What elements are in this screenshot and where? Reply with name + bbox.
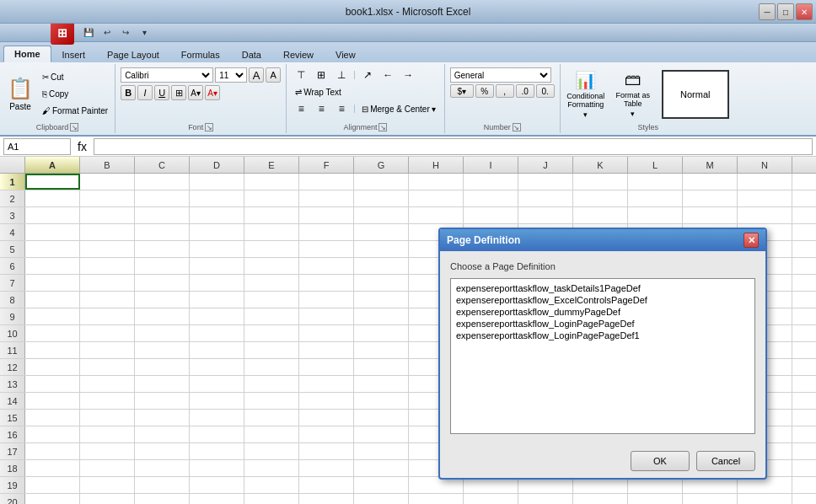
row-number-14[interactable]: 14	[0, 393, 25, 409]
cell-F19[interactable]	[299, 477, 354, 493]
cell-C18[interactable]	[135, 460, 190, 476]
cell-D12[interactable]	[190, 359, 244, 375]
cell-A9[interactable]	[25, 308, 80, 324]
tab-data[interactable]: Data	[231, 46, 272, 62]
cell-A5[interactable]	[25, 241, 80, 257]
cell-A2[interactable]	[25, 190, 80, 206]
cell-J3[interactable]	[518, 207, 573, 223]
cell-N20[interactable]	[738, 494, 792, 504]
tab-view[interactable]: View	[325, 46, 367, 62]
cell-K2[interactable]	[573, 190, 628, 206]
cell-F1[interactable]	[299, 174, 354, 190]
cell-D8[interactable]	[190, 292, 244, 308]
cell-C3[interactable]	[135, 207, 190, 223]
cell-H1[interactable]	[409, 174, 464, 190]
row-number-1[interactable]: 1	[0, 174, 25, 190]
cell-D16[interactable]	[190, 426, 244, 442]
wrap-text-button[interactable]: ⇌ Wrap Text	[292, 84, 345, 99]
cell-F16[interactable]	[299, 426, 354, 442]
cell-O16[interactable]	[792, 426, 816, 442]
cell-F12[interactable]	[299, 359, 354, 375]
dialog-cancel-button[interactable]: Cancel	[696, 451, 755, 471]
cell-I20[interactable]	[464, 494, 518, 504]
cell-G9[interactable]	[354, 308, 409, 324]
align-left-button[interactable]: ≡	[292, 101, 310, 116]
cell-A12[interactable]	[25, 359, 80, 375]
row-number-6[interactable]: 6	[0, 258, 25, 274]
cell-D5[interactable]	[190, 241, 244, 257]
cell-B6[interactable]	[80, 258, 135, 274]
cell-L3[interactable]	[628, 207, 683, 223]
cell-A11[interactable]	[25, 342, 80, 358]
cell-B17[interactable]	[80, 443, 135, 459]
col-header-C[interactable]: C	[135, 157, 190, 173]
cell-G15[interactable]	[354, 410, 409, 426]
cell-D6[interactable]	[190, 258, 244, 274]
cell-E2[interactable]	[244, 190, 299, 206]
cell-G2[interactable]	[354, 190, 409, 206]
font-size-select[interactable]: 11	[215, 67, 247, 83]
cell-C19[interactable]	[135, 477, 190, 493]
cell-J2[interactable]	[518, 190, 573, 206]
merge-center-button[interactable]: ⊟ Merge & Center ▾	[358, 101, 439, 116]
cell-G6[interactable]	[354, 258, 409, 274]
cell-K1[interactable]	[573, 174, 628, 190]
comma-button[interactable]: ,	[496, 84, 514, 98]
row-number-12[interactable]: 12	[0, 359, 25, 375]
font-expander[interactable]: ↘	[205, 123, 213, 131]
cell-G16[interactable]	[354, 426, 409, 442]
cell-C11[interactable]	[135, 342, 190, 358]
row-number-4[interactable]: 4	[0, 224, 25, 240]
row-number-16[interactable]: 16	[0, 426, 25, 442]
cell-N2[interactable]	[738, 190, 792, 206]
cell-B14[interactable]	[80, 393, 135, 409]
indent-increase-button[interactable]: →	[399, 67, 417, 83]
cell-E9[interactable]	[244, 308, 299, 324]
cell-G5[interactable]	[354, 241, 409, 257]
cell-L2[interactable]	[628, 190, 683, 206]
format-painter-button[interactable]: 🖌 Format Painter	[39, 104, 111, 119]
cell-E5[interactable]	[244, 241, 299, 257]
cell-E4[interactable]	[244, 224, 299, 240]
cell-G7[interactable]	[354, 275, 409, 291]
cell-A4[interactable]	[25, 224, 80, 240]
cell-B13[interactable]	[80, 376, 135, 392]
cell-reference-box[interactable]: A1	[3, 138, 71, 155]
cell-B7[interactable]	[80, 275, 135, 291]
cell-A7[interactable]	[25, 275, 80, 291]
cell-D20[interactable]	[190, 494, 244, 504]
align-top-button[interactable]: ⊤	[292, 67, 310, 83]
cell-F8[interactable]	[299, 292, 354, 308]
cell-A15[interactable]	[25, 410, 80, 426]
cell-E20[interactable]	[244, 494, 299, 504]
cell-B2[interactable]	[80, 190, 135, 206]
undo-button[interactable]: ↩	[99, 25, 115, 40]
cell-M3[interactable]	[683, 207, 738, 223]
cell-C2[interactable]	[135, 190, 190, 206]
cell-F9[interactable]	[299, 308, 354, 324]
row-number-8[interactable]: 8	[0, 292, 25, 308]
cell-C20[interactable]	[135, 494, 190, 504]
cell-O13[interactable]	[792, 376, 816, 392]
row-number-17[interactable]: 17	[0, 443, 25, 459]
office-button[interactable]: ⊞	[51, 21, 74, 45]
col-header-F[interactable]: F	[299, 157, 354, 173]
cell-O17[interactable]	[792, 443, 816, 459]
cell-D2[interactable]	[190, 190, 244, 206]
cell-E6[interactable]	[244, 258, 299, 274]
border-button[interactable]: ⊞	[171, 85, 186, 100]
cell-C16[interactable]	[135, 426, 190, 442]
cell-F14[interactable]	[299, 393, 354, 409]
cell-C7[interactable]	[135, 275, 190, 291]
normal-style-button[interactable]: Normal	[662, 70, 729, 119]
cell-I1[interactable]	[464, 174, 518, 190]
cell-C5[interactable]	[135, 241, 190, 257]
cell-F7[interactable]	[299, 275, 354, 291]
cell-B19[interactable]	[80, 477, 135, 493]
cell-E19[interactable]	[244, 477, 299, 493]
cell-B5[interactable]	[80, 241, 135, 257]
cell-O12[interactable]	[792, 359, 816, 375]
cell-O1[interactable]	[792, 174, 816, 190]
cell-B15[interactable]	[80, 410, 135, 426]
bold-button[interactable]: B	[121, 85, 136, 100]
